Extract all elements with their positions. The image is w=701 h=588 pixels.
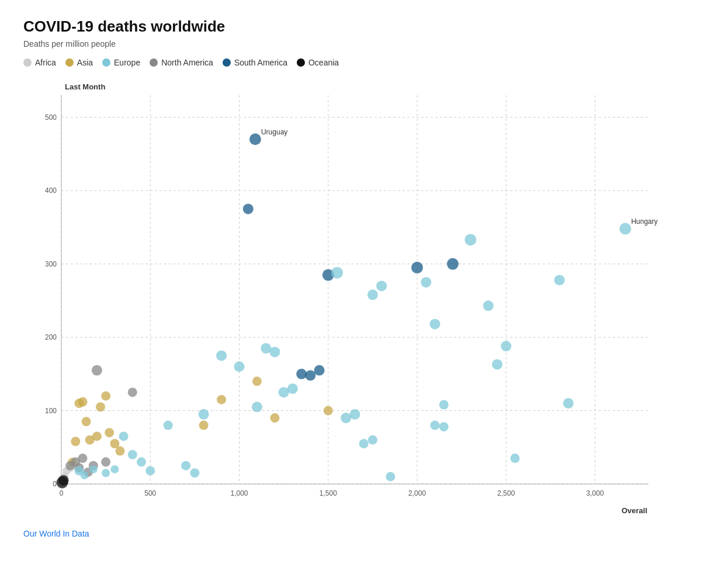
data-dot (101, 391, 110, 400)
data-dot (331, 267, 343, 279)
data-dot (137, 457, 146, 466)
data-dot (350, 409, 360, 420)
data-dot (492, 359, 502, 369)
data-dot (619, 223, 631, 234)
data-dot (431, 421, 440, 430)
data-dot (554, 275, 565, 285)
data-dot (411, 262, 423, 274)
chart-title: COVID-19 deaths worldwide (23, 18, 678, 36)
chart-subtitle: Deaths per million people (23, 39, 678, 49)
data-dot (71, 437, 80, 446)
data-dot (145, 466, 155, 475)
svg-text:0: 0 (60, 489, 64, 497)
annotation-label: Hungary (631, 217, 657, 226)
svg-text:500: 500 (144, 489, 156, 497)
data-dot (234, 361, 245, 372)
data-dot (464, 234, 476, 245)
data-dot (116, 447, 125, 456)
data-dot (96, 402, 105, 411)
data-dot (181, 461, 190, 471)
data-dot (447, 258, 459, 270)
legend-label: Oceania (308, 58, 339, 67)
data-dot (270, 413, 279, 423)
data-dot (296, 369, 307, 379)
legend-label: Europe (114, 58, 140, 67)
svg-text:1,500: 1,500 (320, 489, 337, 497)
data-dot (82, 417, 91, 426)
data-dot (216, 350, 227, 361)
svg-text:Overall: Overall (622, 506, 647, 515)
data-dot (78, 454, 88, 463)
data-dot (78, 397, 88, 406)
svg-text:200: 200 (45, 333, 57, 341)
data-dot (190, 468, 199, 478)
data-dot (110, 465, 119, 473)
data-dot (102, 469, 110, 477)
data-dot (314, 365, 325, 376)
data-dot (92, 431, 102, 441)
legend-dot (223, 58, 231, 67)
svg-text:Last Month: Last Month (65, 82, 105, 91)
svg-text:300: 300 (45, 260, 57, 268)
data-dot (367, 289, 378, 300)
footer-link[interactable]: Our World In Data (23, 529, 678, 538)
legend-dot (102, 58, 110, 67)
legend-item-africa: Africa (23, 58, 56, 67)
svg-text:500: 500 (45, 113, 57, 122)
data-dot (249, 133, 261, 145)
legend-label: Africa (35, 58, 56, 67)
data-dot (128, 450, 137, 459)
data-dot (501, 341, 511, 351)
data-dot (243, 203, 254, 214)
legend-label: Asia (77, 58, 93, 67)
svg-text:100: 100 (45, 407, 57, 415)
data-dot (199, 409, 209, 420)
legend-label: North America (161, 58, 213, 67)
chart-container: 010020030040050005001,0001,5002,0002,500… (23, 78, 666, 522)
legend-item-south-america: South America (223, 58, 287, 67)
svg-text:0: 0 (53, 480, 57, 488)
svg-text:2,500: 2,500 (497, 489, 515, 497)
legend-item-oceania: Oceania (297, 58, 339, 67)
data-dot (483, 300, 494, 311)
legend-item-north-america: North America (150, 58, 213, 67)
svg-text:1,000: 1,000 (231, 489, 248, 497)
data-dot (359, 439, 369, 448)
data-dot (217, 395, 226, 404)
data-dot (439, 422, 449, 431)
data-dot (164, 421, 173, 430)
legend-item-europe: Europe (102, 58, 140, 67)
legend-label: South America (234, 58, 287, 67)
data-dot (252, 376, 262, 386)
data-dot (269, 347, 280, 357)
data-dot (81, 471, 89, 479)
data-dot (287, 383, 298, 394)
data-dot (563, 398, 574, 409)
data-dot (368, 435, 377, 445)
data-dot (105, 428, 114, 437)
legend-item-asia: Asia (65, 58, 93, 67)
data-dot (386, 472, 395, 481)
annotation-label: Uruguay (261, 128, 287, 136)
svg-text:3,000: 3,000 (587, 489, 604, 497)
data-dot (58, 475, 69, 486)
data-dot (430, 319, 440, 329)
data-dot (89, 465, 98, 473)
data-dot (101, 457, 110, 466)
data-dot (199, 421, 209, 430)
data-dot (252, 402, 262, 412)
legend-dot (150, 58, 158, 67)
svg-text:400: 400 (45, 186, 57, 195)
svg-text:2,000: 2,000 (408, 489, 426, 497)
legend-dot (65, 58, 74, 67)
data-dot (305, 370, 315, 381)
data-dot (92, 365, 102, 376)
legend-dot (23, 58, 32, 67)
data-dot (421, 277, 431, 288)
data-dot (376, 281, 387, 291)
data-dot (119, 431, 129, 441)
legend-dot (297, 58, 305, 67)
legend: AfricaAsiaEuropeNorth AmericaSouth Ameri… (23, 58, 678, 67)
data-dot (511, 454, 520, 463)
data-dot (128, 388, 137, 397)
